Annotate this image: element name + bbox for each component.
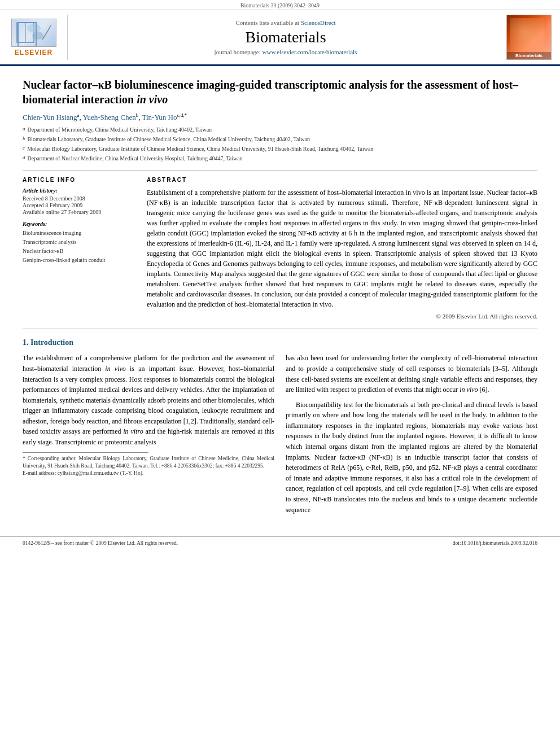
intro-two-col: The establishment of a comprehensive pla… bbox=[23, 353, 537, 519]
keywords-label: Keywords: bbox=[23, 221, 135, 227]
affil-d: d Department of Nuclear Medicine, China … bbox=[23, 154, 537, 163]
citation-bar: Biomaterials 30 (2009) 3042–3049 bbox=[0, 0, 560, 10]
article-info-header: ARTICLE INFO bbox=[23, 177, 135, 183]
contents-text: Contents lists available at bbox=[235, 19, 300, 26]
intro-p1: The establishment of a comprehensive pla… bbox=[23, 353, 274, 447]
biomaterials-cover-image: Biomaterials bbox=[506, 15, 552, 60]
section-introduction: 1. Introduction The establishment of a c… bbox=[23, 338, 537, 519]
accepted-date: Accepted 8 February 2009 bbox=[23, 202, 135, 208]
intro-col2-p2: Biocompatibility test for the biomateria… bbox=[286, 400, 537, 516]
author-1-sup: a bbox=[77, 112, 79, 118]
footnote-divider bbox=[23, 452, 148, 453]
footnote-text: * Corresponding author. Molecular Biolog… bbox=[23, 455, 274, 478]
affil-b-text: Biomaterials Laboratory, Graduate Instit… bbox=[28, 135, 310, 143]
history-label: Article history: bbox=[23, 187, 135, 194]
affil-c: c Molecular Biology Laboratory, Graduate… bbox=[23, 145, 537, 153]
abstract-col: ABSTRACT Establishment of a comprehensiv… bbox=[147, 177, 537, 320]
journal-header: ELSEVIER Contents lists available at Sci… bbox=[0, 10, 560, 66]
elsevier-tree-svg bbox=[14, 20, 54, 45]
affil-d-letter: d bbox=[23, 154, 25, 163]
elsevier-logo: ELSEVIER bbox=[11, 19, 56, 56]
abstract-header: ABSTRACT bbox=[147, 177, 537, 183]
affiliations: a Department of Microbiology, China Medi… bbox=[23, 125, 537, 163]
intro-col-left: The establishment of a comprehensive pla… bbox=[23, 353, 274, 519]
elsevier-logo-section: ELSEVIER bbox=[6, 15, 68, 60]
copyright-text: © 2009 Elsevier Ltd. All rights reserved… bbox=[147, 313, 537, 320]
affil-a-letter: a bbox=[23, 125, 25, 134]
footnote-star-text: * Corresponding author. Molecular Biolog… bbox=[23, 456, 274, 469]
citation-text: Biomaterials 30 (2009) 3042–3049 bbox=[240, 2, 320, 8]
article-title: Nuclear factor–κB bioluminescence imagin… bbox=[23, 77, 537, 107]
footnote-email-text: E-mail address: cylhsiang@mail.cmu.edu.t… bbox=[23, 470, 143, 476]
keywords-block: Keywords: Bioluminescence imaging Transc… bbox=[23, 221, 135, 265]
doi-text: doi:10.1016/j.biomaterials.2009.02.016 bbox=[453, 540, 537, 546]
journal-center: Contents lists available at ScienceDirec… bbox=[73, 15, 498, 60]
section-1-label: Introduction bbox=[30, 338, 73, 347]
bottom-bar: 0142-9612/$ – see front matter © 2009 El… bbox=[0, 536, 560, 548]
sciencedirect-link[interactable]: ScienceDirect bbox=[301, 19, 336, 26]
section-1-number: 1. bbox=[23, 338, 29, 347]
author-2-sup: b bbox=[136, 112, 139, 118]
journal-title: Biomaterials bbox=[245, 28, 326, 46]
affil-b: b Biomaterials Laboratory, Graduate Inst… bbox=[23, 135, 537, 143]
journal-homepage: journal homepage: www.elsevier.com/locat… bbox=[215, 49, 357, 55]
svg-rect-0 bbox=[17, 23, 34, 42]
elsevier-logo-image bbox=[11, 19, 56, 47]
journal-cover-right: Biomaterials bbox=[504, 15, 554, 60]
section-1-title: 1. Introduction bbox=[23, 338, 537, 347]
keywords-list: Bioluminescence imaging Transcriptomic a… bbox=[23, 229, 135, 265]
received-date: Received 8 December 2008 bbox=[23, 195, 135, 202]
intro-col-right: has also been used for understanding bet… bbox=[286, 353, 537, 519]
authors-line: Chien-Yun Hsianga, Yueh-Sheng Chenb, Tin… bbox=[23, 112, 537, 122]
abstract-paragraph: Establishment of a comprehensive platfor… bbox=[147, 187, 537, 309]
affil-b-letter: b bbox=[23, 135, 25, 143]
cover-label: Biomaterials bbox=[507, 52, 551, 59]
abstract-text: Establishment of a comprehensive platfor… bbox=[147, 187, 537, 309]
svg-point-2 bbox=[27, 24, 41, 33]
author-3[interactable]: Tin-Yun Ho bbox=[142, 113, 177, 121]
keyword-4: Genipin-cross-linked gelatin conduit bbox=[23, 257, 106, 263]
keyword-1: Bioluminescence imaging bbox=[23, 230, 81, 236]
author-2[interactable]: Yueh-Sheng Chen bbox=[82, 113, 135, 121]
keyword-2: Transcriptomic analysis bbox=[23, 239, 76, 245]
affil-c-letter: c bbox=[23, 145, 25, 153]
article-info-col: ARTICLE INFO Article history: Received 8… bbox=[23, 177, 135, 320]
sciencedirect-line: Contents lists available at ScienceDirec… bbox=[235, 19, 335, 26]
affil-a-text: Department of Microbiology, China Medica… bbox=[28, 125, 212, 134]
article-history-block: Article history: Received 8 December 200… bbox=[23, 187, 135, 215]
issn-text: 0142-9612/$ – see front matter © 2009 El… bbox=[23, 540, 178, 546]
intro-col2-p1: has also been used for understanding bet… bbox=[286, 353, 537, 395]
author-1[interactable]: Chien-Yun Hsiang bbox=[23, 113, 77, 121]
elsevier-brand-text: ELSEVIER bbox=[15, 49, 53, 56]
article-info-abstract: ARTICLE INFO Article history: Received 8… bbox=[23, 177, 537, 320]
header-divider bbox=[23, 171, 537, 171]
article-content: Nuclear factor–κB bioluminescence imagin… bbox=[0, 66, 560, 531]
author-3-sup: c,d,* bbox=[177, 112, 187, 118]
affil-d-text: Department of Nuclear Medicine, China Me… bbox=[28, 154, 243, 163]
affil-c-text: Molecular Biology Laboratory, Graduate I… bbox=[27, 145, 373, 153]
homepage-prefix: journal homepage: bbox=[215, 49, 262, 55]
keyword-3: Nuclear factor-κB bbox=[23, 248, 63, 254]
svg-point-3 bbox=[32, 32, 43, 40]
content-divider bbox=[23, 329, 537, 329]
available-date: Available online 27 February 2009 bbox=[23, 209, 135, 215]
affil-a: a Department of Microbiology, China Medi… bbox=[23, 125, 537, 134]
homepage-url[interactable]: www.elsevier.com/locate/biomaterials bbox=[262, 49, 357, 55]
page: Biomaterials 30 (2009) 3042–3049 ELSEVIE… bbox=[0, 0, 560, 747]
